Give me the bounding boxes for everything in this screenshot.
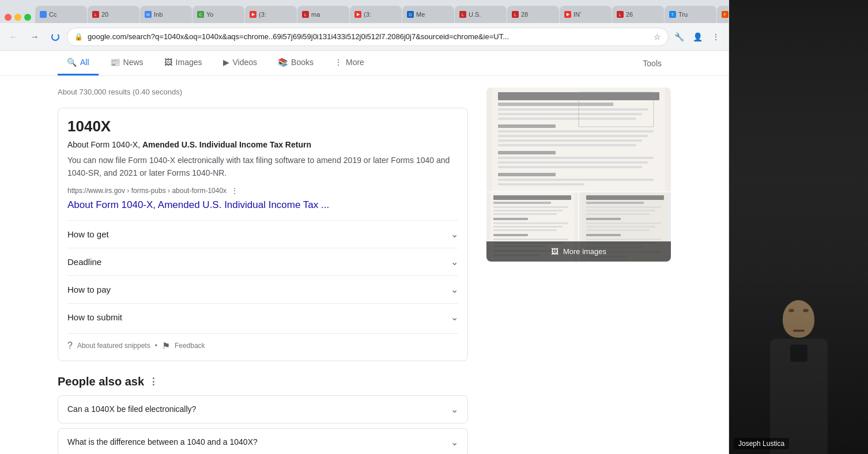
- back-button[interactable]: ←: [5, 28, 23, 46]
- tab-trust[interactable]: T Tru: [665, 6, 716, 23]
- svg-rect-37: [586, 202, 644, 204]
- svg-rect-10: [498, 144, 636, 146]
- svg-rect-9: [498, 139, 642, 142]
- tab-yt2[interactable]: ▶ (3:: [350, 6, 402, 23]
- search-icon: 🔍: [67, 58, 77, 67]
- security-icon: 🔒: [74, 33, 83, 41]
- svg-rect-13: [498, 161, 648, 164]
- menu-button[interactable]: ⋮: [708, 29, 724, 45]
- tab-yt3[interactable]: ▶ IN': [560, 6, 612, 23]
- question-mark-icon: ?: [67, 340, 73, 351]
- svg-rect-45: [586, 234, 621, 236]
- svg-rect-6: [498, 124, 556, 128]
- toolbar-icons: 🔧 👤 ⋮: [671, 29, 724, 45]
- tab-all[interactable]: 🔍 All: [58, 51, 99, 75]
- tab-lii-ma[interactable]: L ma: [297, 6, 349, 23]
- extensions-button[interactable]: 🔧: [671, 29, 687, 45]
- faq-how-to-submit[interactable]: How to submit ⌄: [67, 303, 458, 331]
- chevron-down-icon: ⌄: [451, 284, 458, 295]
- tab-gmail[interactable]: M Inb: [140, 6, 192, 23]
- svg-rect-21: [493, 202, 551, 204]
- tab-yt1[interactable]: ▶ (3:: [245, 6, 297, 23]
- feedback-link[interactable]: Feedback: [175, 342, 205, 350]
- snippet-form-title: About Form 1040-X, Amended U.S. Individu…: [67, 140, 458, 149]
- svg-rect-46: [586, 239, 661, 240]
- svg-rect-42: [586, 222, 661, 224]
- results-column: About 730,000 results (0.40 seconds) 104…: [58, 88, 468, 442]
- svg-rect-43: [586, 226, 655, 228]
- tab-lii-28[interactable]: L 28: [507, 6, 559, 23]
- tab-lii-us[interactable]: L U.S.: [455, 6, 507, 23]
- photos-icon: 🖼: [551, 247, 558, 256]
- svg-rect-2: [498, 103, 613, 106]
- ask-item-1[interactable]: Can a 1040X be filed electronically? ⌄: [58, 395, 468, 423]
- webcam-feed: Joseph Lustica: [729, 0, 868, 454]
- svg-rect-24: [493, 213, 557, 215]
- svg-rect-17: [498, 183, 584, 186]
- people-also-ask: People also ask ⋮ Can a 1040X be filed e…: [58, 375, 468, 454]
- featured-snippet: 1040X About Form 1040-X, Amended U.S. In…: [58, 108, 468, 361]
- bookmark-icon[interactable]: ☆: [654, 32, 661, 41]
- svg-rect-8: [498, 135, 648, 137]
- tab-ck[interactable]: C Yo: [193, 6, 244, 23]
- forward-button[interactable]: →: [25, 28, 44, 46]
- snippet-body: You can now file Form 1040-X electronica…: [67, 154, 458, 180]
- people-ask-more-icon[interactable]: ⋮: [149, 376, 158, 387]
- svg-rect-4: [498, 113, 642, 115]
- svg-rect-41: [586, 218, 621, 220]
- chevron-down-icon: ⌄: [451, 256, 458, 267]
- svg-rect-29: [493, 234, 528, 236]
- svg-rect-36: [586, 195, 664, 200]
- svg-rect-16: [498, 179, 654, 181]
- minimize-window-btn[interactable]: [14, 14, 21, 21]
- snippet-link[interactable]: About Form 1040-X, Amended U.S. Individu…: [67, 199, 458, 211]
- svg-rect-40: [586, 213, 650, 215]
- about-snippets-link[interactable]: About featured snippets: [77, 342, 150, 350]
- svg-rect-25: [493, 218, 528, 220]
- tab-fd[interactable]: F FD: [717, 6, 729, 23]
- svg-rect-38: [586, 206, 661, 208]
- svg-rect-11: [498, 151, 556, 154]
- tab-news[interactable]: 📰 News: [101, 51, 153, 75]
- chevron-down-icon: ⌄: [451, 437, 458, 448]
- snippet-more-icon[interactable]: ⋮: [231, 187, 238, 195]
- svg-rect-7: [498, 130, 654, 133]
- svg-rect-3: [498, 108, 648, 111]
- tools-button[interactable]: Tools: [633, 52, 671, 75]
- reload-button[interactable]: [46, 28, 65, 46]
- ask-item-2[interactable]: What is the difference between a 1040 an…: [58, 428, 468, 454]
- tab-images[interactable]: 🖼 Images: [155, 51, 212, 75]
- svg-rect-20: [493, 195, 571, 200]
- svg-rect-28: [493, 229, 557, 231]
- tab-cc[interactable]: Cc: [35, 6, 87, 23]
- chevron-down-icon: ⌄: [451, 229, 458, 240]
- image-panel: 🖼 More images: [486, 88, 671, 262]
- newspaper-icon: 📰: [110, 58, 120, 67]
- chevron-down-icon: ⌄: [451, 312, 458, 323]
- svg-rect-30: [493, 239, 568, 240]
- faq-how-to-pay[interactable]: How to pay ⌄: [67, 275, 458, 303]
- loading-spinner: [51, 33, 59, 41]
- tab-lii-20[interactable]: L 20: [88, 6, 139, 23]
- browser-toolbar: ← → 🔒 google.com/search?q=1040x&oq=1040x…: [0, 23, 729, 51]
- tax-form-image-large[interactable]: [486, 88, 671, 191]
- profile-button[interactable]: 👤: [689, 29, 705, 45]
- tab-lii-26a[interactable]: L 26: [612, 6, 664, 23]
- right-panel: 🖼 More images: [486, 88, 671, 442]
- close-window-btn[interactable]: [5, 14, 12, 21]
- faq-deadline[interactable]: Deadline ⌄: [67, 248, 458, 275]
- webcam-name-tag: Joseph Lustica: [734, 438, 789, 449]
- more-images-button[interactable]: 🖼 More images: [486, 241, 671, 262]
- address-bar[interactable]: 🔒 google.com/search?q=1040x&oq=1040x&aqs…: [67, 28, 669, 46]
- book-icon: 📚: [278, 58, 288, 67]
- maximize-window-btn[interactable]: [24, 14, 31, 21]
- tab-videos[interactable]: ▶ Videos: [214, 51, 267, 75]
- flag-icon: ⚑: [162, 340, 170, 351]
- tab-books[interactable]: 📚 Books: [269, 51, 323, 75]
- tab-outlook[interactable]: O Me: [402, 6, 454, 23]
- video-icon: ▶: [223, 58, 229, 67]
- faq-how-to-get[interactable]: How to get ⌄: [67, 220, 458, 248]
- tab-more[interactable]: ⋮ More: [325, 51, 373, 75]
- svg-rect-15: [498, 173, 556, 176]
- image-icon: 🖼: [164, 58, 172, 67]
